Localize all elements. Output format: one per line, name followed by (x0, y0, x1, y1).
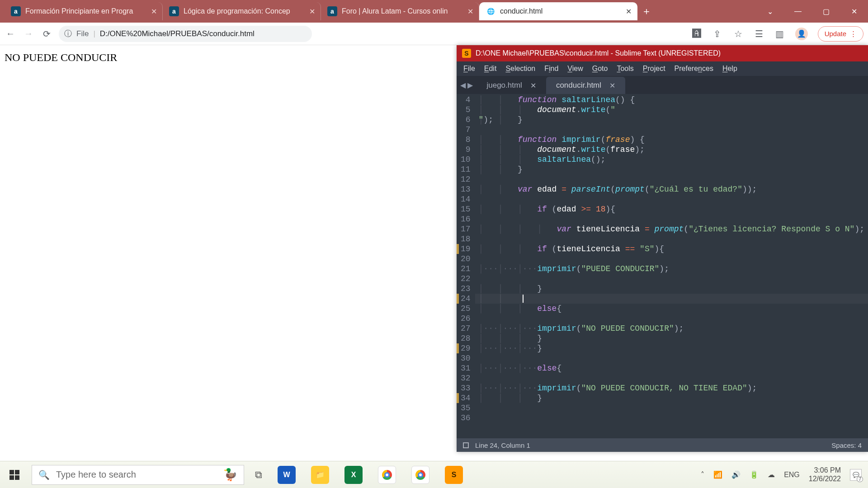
task-view-icon[interactable]: ⧉ (255, 469, 262, 481)
back-button[interactable]: ← (5, 28, 16, 39)
minimize-button[interactable]: — (784, 0, 812, 23)
language-indicator[interactable]: ENG (784, 471, 800, 479)
sublime-logo-icon: S (462, 49, 471, 58)
volume-icon[interactable]: 🔊 (731, 470, 741, 479)
alura-icon: a (11, 6, 21, 16)
tab-title: Foro | Alura Latam - Cursos onlin (342, 7, 462, 15)
panel-switch-icon[interactable] (463, 442, 469, 448)
search-icon: 🔍 (38, 469, 50, 480)
url-scheme: File (76, 29, 89, 38)
reading-list-icon[interactable]: ☰ (754, 28, 764, 39)
sublime-menubar: File Edit Selection Find View Goto Tools… (457, 61, 868, 76)
close-icon[interactable]: ✕ (466, 7, 474, 16)
menu-tools[interactable]: Tools (613, 63, 637, 75)
profile-avatar[interactable]: 👤 (795, 28, 808, 40)
line-gutter: 4567891011121314151617181920212223242526… (457, 94, 475, 438)
maximize-button[interactable]: ▢ (812, 0, 840, 23)
editor-tab-juego[interactable]: juego.html ✕ (476, 77, 546, 94)
address-bar[interactable]: ⓘ File | D:/ONE%20Michael/PRUEBAS/conduc… (59, 26, 312, 42)
sublime-window: S D:\ONE Michael\PRUEBAS\conducir.html -… (457, 45, 868, 452)
taskbar-search[interactable]: 🔍 Type here to search 🦆 (32, 465, 244, 485)
alura-icon: a (327, 6, 337, 16)
close-icon[interactable]: ✕ (308, 7, 316, 16)
tab-title: Formación Principiante en Progra (25, 7, 146, 15)
browser-tab-strip: a Formación Principiante en Progra ✕ a L… (0, 0, 868, 23)
editor-area[interactable]: 4567891011121314151617181920212223242526… (457, 94, 868, 438)
update-button[interactable]: Update ⋮ (818, 26, 863, 42)
browser-tab-1[interactable]: a Formación Principiante en Progra ✕ (5, 2, 163, 20)
start-button[interactable] (0, 461, 29, 488)
alura-icon: a (169, 6, 179, 16)
more-icon: ⋮ (850, 30, 857, 38)
sublime-title-text: D:\ONE Michael\PRUEBAS\conducir.html - S… (476, 49, 721, 57)
taskbar-pinned: ⧉ W 📁 X S (255, 461, 463, 488)
side-panel-icon[interactable]: ▥ (774, 28, 785, 39)
browser-tab-2[interactable]: a Lógica de programación: Concep ✕ (163, 2, 321, 20)
tray-chevron-icon[interactable]: ˄ (701, 470, 704, 479)
file-explorer-icon[interactable]: 📁 (311, 466, 329, 484)
menu-edit[interactable]: Edit (480, 63, 501, 75)
info-icon: ⓘ (64, 28, 72, 39)
update-label: Update (825, 30, 846, 38)
close-icon[interactable]: ✕ (530, 81, 536, 90)
reload-button[interactable]: ⟳ (41, 28, 52, 39)
tab-label: juego.html (486, 81, 522, 90)
url-separator: | (93, 29, 95, 38)
globe-icon: 🌐 (486, 6, 495, 16)
search-highlight-icon: 🦆 (223, 468, 237, 482)
url-path: D:/ONE%20Michael/PRUEBAS/conducir.html (100, 29, 255, 38)
indent-indicator[interactable]: Spaces: 4 (831, 441, 862, 449)
menu-preferences[interactable]: Preferences (670, 63, 717, 75)
battery-icon[interactable]: 🔋 (750, 470, 759, 479)
clock-date: 12/6/2022 (809, 475, 841, 483)
tab-title: Lógica de programación: Concep (184, 7, 304, 15)
menu-project[interactable]: Project (639, 63, 670, 75)
page-content: NO PUEDE CONDUCIR (0, 45, 457, 452)
word-icon[interactable]: W (278, 466, 296, 484)
sublime-titlebar[interactable]: S D:\ONE Michael\PRUEBAS\conducir.html -… (457, 45, 868, 61)
bookmark-icon[interactable]: ☆ (733, 28, 744, 39)
forward-button[interactable]: → (23, 28, 34, 39)
close-icon[interactable]: ✕ (150, 7, 158, 16)
browser-tab-active[interactable]: 🌐 conducir.html ✕ (479, 2, 637, 20)
chrome-icon[interactable] (378, 466, 396, 484)
editor-tab-conducir[interactable]: conducir.html ✕ (546, 77, 625, 94)
tab-label: conducir.html (556, 81, 601, 90)
window-controls: ⌄ — ▢ ✕ (756, 0, 868, 23)
translate-icon[interactable]: 🅰 (691, 28, 702, 39)
tab-search-icon[interactable]: ⌄ (756, 0, 784, 23)
system-tray: ˄ 📶 🔊 🔋 ☁ ENG 3:06 PM 12/6/2022 💬7 (701, 466, 868, 483)
excel-icon[interactable]: X (344, 466, 363, 484)
menu-selection[interactable]: Selection (501, 63, 539, 75)
tab-history-nav[interactable]: ◀ ▶ (460, 76, 476, 94)
code-view[interactable]: │ │ function saltarLinea() {│ │ │ docume… (475, 94, 868, 438)
wifi-icon[interactable]: 📶 (713, 470, 722, 479)
notification-count: 7 (857, 476, 863, 482)
cursor-position: Line 24, Column 1 (475, 441, 530, 449)
menu-view[interactable]: View (563, 63, 587, 75)
close-icon[interactable]: ✕ (624, 7, 632, 16)
notification-center-icon[interactable]: 💬7 (850, 469, 862, 481)
new-tab-button[interactable]: ＋ (637, 2, 656, 20)
menu-goto[interactable]: Goto (588, 63, 612, 75)
windows-taskbar: 🔍 Type here to search 🦆 ⧉ W 📁 X S ˄ 📶 🔊 … (0, 461, 868, 488)
page-output-text: NO PUEDE CONDUCIR (5, 52, 117, 63)
search-placeholder: Type here to search (56, 469, 136, 480)
close-icon[interactable]: ✕ (609, 81, 615, 90)
clock-time: 3:06 PM (809, 466, 841, 474)
taskbar-clock[interactable]: 3:06 PM 12/6/2022 (809, 466, 841, 483)
close-window-button[interactable]: ✕ (840, 0, 868, 23)
sublime-tabbar: ◀ ▶ juego.html ✕ conducir.html ✕ (457, 76, 868, 94)
browser-tab-3[interactable]: a Foro | Alura Latam - Cursos onlin ✕ (321, 2, 479, 20)
menu-file[interactable]: File (459, 63, 479, 75)
menu-help[interactable]: Help (718, 63, 741, 75)
tab-title: conducir.html (500, 7, 621, 15)
onedrive-icon[interactable]: ☁ (768, 470, 775, 479)
sublime-icon[interactable]: S (445, 466, 463, 484)
sublime-statusbar: Line 24, Column 1 Spaces: 4 (457, 438, 868, 452)
menu-find[interactable]: Find (540, 63, 562, 75)
chrome-icon-2[interactable] (411, 466, 429, 484)
windows-icon (9, 470, 19, 480)
share-icon[interactable]: ⇪ (712, 28, 723, 39)
browser-toolbar: ← → ⟳ ⓘ File | D:/ONE%20Michael/PRUEBAS/… (0, 23, 868, 45)
